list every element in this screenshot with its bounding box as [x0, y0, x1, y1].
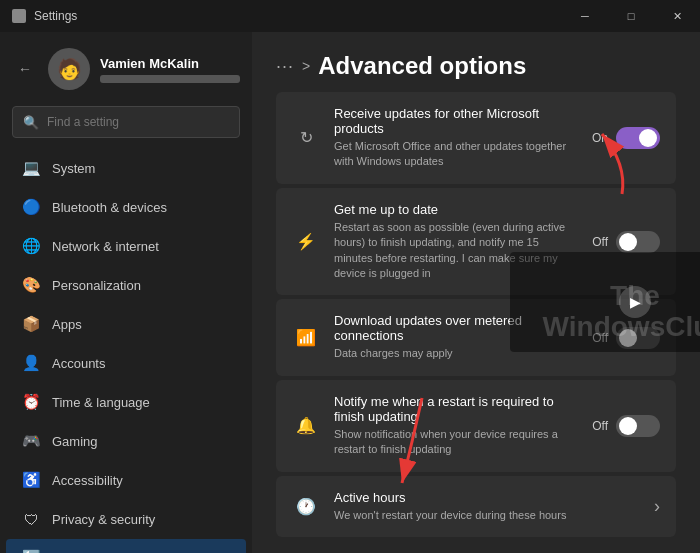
app-icon [12, 9, 26, 23]
active-hours-title: Active hours [334, 490, 640, 505]
metered-icon: 📶 [292, 324, 320, 352]
sidebar-item-gaming[interactable]: 🎮 Gaming [6, 422, 246, 460]
sidebar-label-system: System [52, 161, 95, 176]
content-area: ▶ The WindowsClub ··· > Advanced options… [252, 32, 700, 553]
sidebar-item-network[interactable]: 🌐 Network & internet [6, 227, 246, 265]
sidebar-label-bluetooth: Bluetooth & devices [52, 200, 167, 215]
receive-updates-control: On [592, 127, 660, 149]
sidebar-label-apps: Apps [52, 317, 82, 332]
active-hours-desc: We won't restart your device during thes… [334, 508, 640, 523]
accessibility-icon: ♿ [22, 471, 40, 489]
titlebar-controls: ─ □ ✕ [562, 0, 700, 32]
toggle-knob-4 [619, 417, 637, 435]
time-icon: ⏰ [22, 393, 40, 411]
sidebar-label-accessibility: Accessibility [52, 473, 123, 488]
receive-updates-text: Receive updates for other Microsoft prod… [334, 106, 578, 170]
play-button[interactable]: ▶ [619, 286, 651, 318]
windows-update-icon: 🔄 [22, 549, 40, 553]
personalization-icon: 🎨 [22, 276, 40, 294]
breadcrumb-dots: ··· [276, 56, 294, 77]
video-overlay: ▶ [510, 252, 700, 352]
page-title: Advanced options [318, 52, 526, 80]
back-button[interactable]: ← [12, 55, 38, 83]
network-icon: 🌐 [22, 237, 40, 255]
titlebar: Settings ─ □ ✕ [0, 0, 700, 32]
sidebar-item-apps[interactable]: 📦 Apps [6, 305, 246, 343]
sidebar-label-accounts: Accounts [52, 356, 105, 371]
uptodate-icon: ⚡ [292, 228, 320, 256]
sidebar-label-network: Network & internet [52, 239, 159, 254]
content-header: ··· > Advanced options [252, 32, 700, 92]
minimize-button[interactable]: ─ [562, 0, 608, 32]
system-icon: 💻 [22, 159, 40, 177]
user-section: ← 🧑 Vamien McKalin [0, 32, 252, 98]
user-info: Vamien McKalin [100, 56, 240, 83]
gaming-icon: 🎮 [22, 432, 40, 450]
toggle-knob [639, 129, 657, 147]
chevron-right-icon: › [654, 496, 660, 517]
sidebar-item-time[interactable]: ⏰ Time & language [6, 383, 246, 421]
receive-updates-desc: Get Microsoft Office and other updates t… [334, 139, 578, 170]
active-hours-icon: 🕐 [292, 492, 320, 520]
search-icon: 🔍 [23, 115, 39, 130]
sidebar-item-personalization[interactable]: 🎨 Personalization [6, 266, 246, 304]
uptodate-toggle[interactable] [616, 231, 660, 253]
receive-updates-toggle[interactable] [616, 127, 660, 149]
user-email [100, 75, 240, 83]
app-body: ← 🧑 Vamien McKalin 🔍 💻 System 🔵 Bluetoot… [0, 32, 700, 553]
setting-row-receive-updates: ↻ Receive updates for other Microsoft pr… [276, 92, 676, 184]
notify-icon: 🔔 [292, 412, 320, 440]
sidebar-item-privacy[interactable]: 🛡 Privacy & security [6, 500, 246, 538]
bluetooth-icon: 🔵 [22, 198, 40, 216]
nav-list: 💻 System 🔵 Bluetooth & devices 🌐 Network… [0, 144, 252, 553]
notify-desc: Show notification when your device requi… [334, 427, 578, 458]
sidebar-item-accessibility[interactable]: ♿ Accessibility [6, 461, 246, 499]
uptodate-control: Off [592, 231, 660, 253]
user-name: Vamien McKalin [100, 56, 240, 71]
sidebar-label-privacy: Privacy & security [52, 512, 155, 527]
setting-row-notify: 🔔 Notify me when a restart is required t… [276, 380, 676, 472]
breadcrumb-arrow: > [302, 58, 310, 74]
active-hours-control: › [654, 496, 660, 517]
sidebar-item-bluetooth[interactable]: 🔵 Bluetooth & devices [6, 188, 246, 226]
sidebar-label-personalization: Personalization [52, 278, 141, 293]
receive-updates-label: On [592, 131, 608, 145]
sidebar-label-gaming: Gaming [52, 434, 98, 449]
toggle-knob-2 [619, 233, 637, 251]
setting-row-active-hours: 🕐 Active hours We won't restart your dev… [276, 476, 676, 537]
notify-toggle[interactable] [616, 415, 660, 437]
notify-text: Notify me when a restart is required to … [334, 394, 578, 458]
receive-updates-title: Receive updates for other Microsoft prod… [334, 106, 578, 136]
sidebar-item-windows-update[interactable]: 🔄 Windows Update [6, 539, 246, 553]
sidebar-item-accounts[interactable]: 👤 Accounts [6, 344, 246, 382]
sidebar: ← 🧑 Vamien McKalin 🔍 💻 System 🔵 Bluetoot… [0, 32, 252, 553]
maximize-button[interactable]: □ [608, 0, 654, 32]
uptodate-title: Get me up to date [334, 202, 578, 217]
notify-control: Off [592, 415, 660, 437]
privacy-icon: 🛡 [22, 510, 40, 528]
receive-updates-icon: ↻ [292, 124, 320, 152]
search-box[interactable]: 🔍 [12, 106, 240, 138]
titlebar-title: Settings [34, 9, 77, 23]
close-button[interactable]: ✕ [654, 0, 700, 32]
sidebar-item-system[interactable]: 💻 System [6, 149, 246, 187]
titlebar-left: Settings [12, 9, 77, 23]
apps-icon: 📦 [22, 315, 40, 333]
sidebar-label-time: Time & language [52, 395, 150, 410]
notify-title: Notify me when a restart is required to … [334, 394, 578, 424]
accounts-icon: 👤 [22, 354, 40, 372]
avatar: 🧑 [48, 48, 90, 90]
notify-label: Off [592, 419, 608, 433]
active-hours-text: Active hours We won't restart your devic… [334, 490, 640, 523]
search-input[interactable] [47, 115, 229, 129]
uptodate-label: Off [592, 235, 608, 249]
